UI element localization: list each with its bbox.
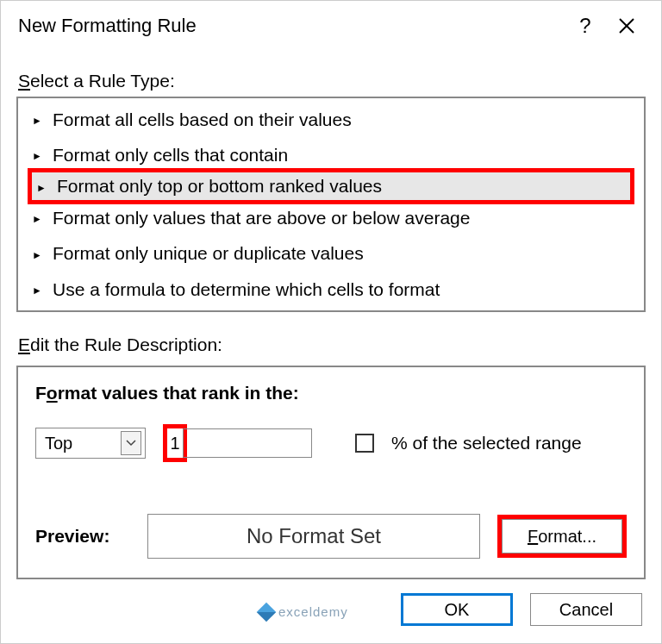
rule-item-4[interactable]: ► Format only unique or duplicate values [18,235,644,271]
rule-description-box: Format values that rank in the: Top [16,366,646,579]
preview-label: Preview: [35,526,130,547]
rule-item-label: Format all cells based on their values [53,107,352,132]
rule-item-label: Format only top or bottom ranked values [57,173,382,198]
rule-type-list[interactable]: ► Format all cells based on their values… [16,97,646,312]
rule-icon: ► [32,212,44,227]
new-formatting-rule-dialog: New Formatting Rule ? Select a Rule Type… [0,0,662,644]
rule-icon: ► [32,284,44,298]
chevron-down-icon [126,440,136,447]
watermark-icon [257,602,277,622]
rank-value-field-ext[interactable] [183,428,312,458]
rule-item-1[interactable]: ► Format only cells that contain [18,137,644,172]
rank-heading: Format values that rank in the: [35,383,627,403]
edit-rule-description-label: Edit the Rule Description: [18,335,646,355]
preview-box: No Format Set [147,514,480,559]
close-button[interactable] [606,5,647,47]
format-button-highlight: Format... [497,515,627,558]
help-button[interactable]: ? [565,5,606,47]
rule-icon: ► [32,248,44,263]
dialog-footer: exceldemy OK Cancel [1,579,661,643]
rank-value-input[interactable] [167,428,183,458]
top-bottom-combo[interactable]: Top [35,428,146,459]
preview-row: Preview: No Format Set Format... [35,514,627,559]
rule-icon: ► [32,149,44,164]
watermark: exceldemy [259,604,348,619]
select-rule-type-label: Select a Rule Type: [18,71,646,91]
titlebar: New Formatting Rule ? [1,1,661,52]
watermark-text: exceldemy [278,604,348,619]
rule-item-2[interactable]: ► Format only top or bottom ranked value… [28,168,634,203]
percent-checkbox[interactable] [355,434,374,453]
rule-item-5[interactable]: ► Use a formula to determine which cells… [18,272,644,307]
dialog-content: Select a Rule Type: ► Format all cells b… [1,52,661,579]
rule-item-label: Use a formula to determine which cells t… [53,277,440,302]
percent-label: % of the selected range [391,433,582,453]
rule-item-0[interactable]: ► Format all cells based on their values [18,102,644,137]
combo-value: Top [45,434,72,453]
rank-row: Top % of the selected range [35,424,627,462]
cancel-button[interactable]: Cancel [530,593,642,626]
rule-icon: ► [32,114,44,128]
rule-item-label: Format only cells that contain [53,142,288,167]
preview-text: No Format Set [247,524,381,548]
rank-value-input-ext[interactable] [184,430,311,456]
rule-item-label: Format only unique or duplicate values [53,241,364,266]
close-icon [618,17,635,34]
combo-dropdown-button[interactable] [121,431,141,455]
rule-item-3[interactable]: ► Format only values that are above or b… [18,200,644,235]
rule-icon: ► [36,181,48,196]
rule-item-label: Format only values that are above or bel… [53,205,470,230]
format-button[interactable]: Format... [502,519,622,553]
ok-button[interactable]: OK [401,593,513,626]
cancel-label: Cancel [559,600,613,620]
help-icon: ? [579,14,590,38]
format-button-label: Format... [528,527,596,547]
ok-label: OK [445,600,470,620]
dialog-title: New Formatting Rule [18,15,197,37]
